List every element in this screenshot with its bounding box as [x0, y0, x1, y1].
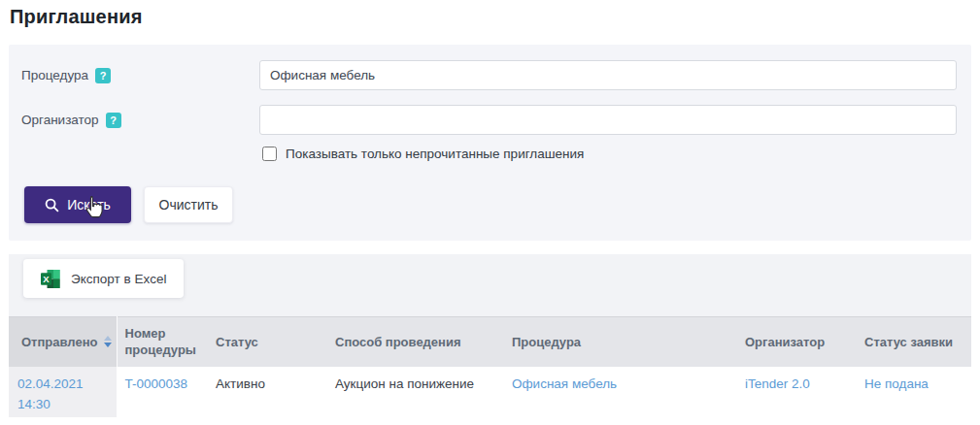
column-header-organizer[interactable]: Организатор — [737, 317, 857, 367]
filter-buttons: Искать Очистить — [24, 186, 233, 223]
results-toolbar: X Экспорт в Excel — [9, 254, 971, 316]
export-excel-button[interactable]: X Экспорт в Excel — [23, 259, 184, 298]
column-header-procedure-number[interactable]: Номер процедуры — [117, 317, 208, 367]
sort-icon[interactable] — [104, 336, 112, 347]
application-status-link[interactable]: Не подана — [864, 376, 929, 391]
help-icon[interactable]: ? — [95, 68, 111, 83]
cell-procedure: Офисная мебель — [504, 367, 737, 417]
svg-text:X: X — [43, 274, 50, 284]
column-header-sent[interactable]: Отправлено — [9, 317, 117, 367]
unread-only-label[interactable]: Показывать только непрочитанные приглаше… — [286, 147, 584, 161]
unread-only-checkbox[interactable] — [262, 147, 277, 161]
column-header-application-status[interactable]: Статус заявки — [857, 317, 971, 367]
procedure-field-label: Процедура ? — [21, 60, 111, 90]
organizer-label-text: Организатор — [21, 113, 99, 127]
procedure-link[interactable]: Офисная мебель — [512, 376, 617, 391]
sent-datetime-link[interactable]: 02.04.2021 14:30 — [17, 374, 111, 414]
unread-only-row: Показывать только непрочитанные приглаше… — [262, 147, 584, 161]
procedure-label-text: Процедура — [21, 68, 88, 82]
filter-panel: Процедура ? Организатор ? Показывать тол… — [9, 45, 971, 241]
cell-procedure-number: T-0000038 — [117, 367, 208, 417]
organizer-link[interactable]: iTender 2.0 — [745, 376, 810, 391]
cell-status: Активно — [208, 367, 327, 417]
procedure-input[interactable] — [259, 60, 957, 90]
column-header-status[interactable]: Статус — [208, 317, 327, 367]
procedure-number-link[interactable]: T-0000038 — [125, 376, 188, 391]
column-header-method[interactable]: Способ проведения — [327, 317, 504, 367]
search-button[interactable]: Искать — [24, 186, 131, 223]
search-icon — [45, 198, 59, 212]
column-header-procedure[interactable]: Процедура — [504, 317, 737, 367]
invitations-grid: Отправлено Номер процедуры Статус Способ… — [9, 316, 971, 417]
cell-application-status: Не подана — [857, 367, 971, 417]
cell-sent: 02.04.2021 14:30 — [9, 367, 117, 417]
clear-button-label: Очистить — [159, 197, 219, 212]
organizer-input[interactable] — [259, 105, 957, 135]
help-icon[interactable]: ? — [106, 113, 121, 128]
cell-organizer: iTender 2.0 — [737, 367, 857, 417]
clear-button[interactable]: Очистить — [144, 186, 233, 223]
page-title: Приглашения — [10, 6, 143, 28]
invitations-page: Приглашения Процедура ? Организатор ? По… — [0, 0, 980, 425]
excel-icon: X — [41, 270, 60, 288]
search-button-label: Искать — [67, 197, 111, 212]
cell-method: Аукцион на понижение — [327, 367, 504, 417]
table-row: 02.04.2021 14:30 T-0000038 Активно Аукци… — [9, 367, 971, 417]
organizer-field-label: Организатор ? — [21, 105, 121, 135]
export-excel-label: Экспорт в Excel — [71, 272, 166, 286]
grid-header-row: Отправлено Номер процедуры Статус Способ… — [9, 317, 971, 367]
